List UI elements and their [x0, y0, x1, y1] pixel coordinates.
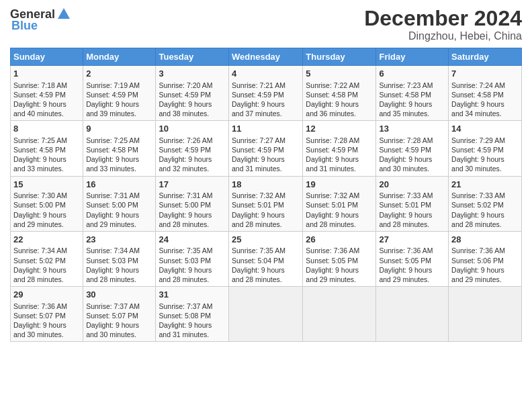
day-number: 30	[86, 289, 152, 301]
day-number: 24	[159, 234, 226, 246]
weekday-header-wednesday: Wednesday	[229, 48, 303, 66]
day-info-line: Sunset: 5:06 PM	[451, 256, 519, 265]
day-info-line: and 39 minutes.	[86, 109, 152, 118]
day-info-line: Daylight: 9 hours	[159, 210, 226, 220]
day-info-line: Sunrise: 7:22 AM	[306, 81, 373, 90]
day-info-line: and 35 minutes.	[379, 109, 445, 118]
day-info-line: Daylight: 9 hours	[379, 210, 445, 220]
day-info-line: Sunrise: 7:18 AM	[13, 81, 80, 90]
day-number: 4	[232, 68, 300, 80]
day-info-line: and 28 minutes.	[13, 275, 80, 284]
calendar-cell: 21Sunrise: 7:33 AMSunset: 5:02 PMDayligh…	[449, 176, 522, 231]
day-info-line: and 28 minutes.	[232, 275, 300, 284]
calendar-cell: 30Sunrise: 7:37 AMSunset: 5:07 PMDayligh…	[83, 287, 156, 342]
day-info-line: and 31 minutes.	[306, 164, 373, 173]
day-info-line: Sunset: 5:01 PM	[232, 200, 300, 210]
day-info-line: Daylight: 9 hours	[159, 265, 226, 275]
day-info-line: Sunset: 4:58 PM	[13, 145, 80, 154]
day-number: 20	[379, 179, 445, 191]
day-info-line: Daylight: 9 hours	[86, 210, 152, 220]
calendar-cell	[229, 287, 303, 342]
day-info-line: Sunset: 4:58 PM	[451, 90, 519, 99]
calendar-cell: 27Sunrise: 7:36 AMSunset: 5:05 PMDayligh…	[376, 231, 449, 286]
day-info-line: and 29 minutes.	[306, 275, 373, 284]
day-info-line: Sunset: 4:59 PM	[159, 145, 226, 154]
day-number: 18	[232, 179, 300, 191]
day-info-line: Sunrise: 7:35 AM	[159, 246, 226, 255]
day-info-line: Sunrise: 7:21 AM	[232, 81, 300, 90]
day-info-line: and 28 minutes.	[159, 220, 226, 229]
day-number: 21	[451, 179, 519, 191]
day-info-line: Sunrise: 7:27 AM	[232, 136, 300, 145]
day-info-line: Sunrise: 7:36 AM	[13, 302, 80, 311]
calendar-cell: 31Sunrise: 7:37 AMSunset: 5:08 PMDayligh…	[156, 287, 229, 342]
day-number: 28	[451, 234, 519, 246]
calendar-cell: 10Sunrise: 7:26 AMSunset: 4:59 PMDayligh…	[156, 121, 229, 176]
calendar-cell: 11Sunrise: 7:27 AMSunset: 4:59 PMDayligh…	[229, 121, 303, 176]
day-info-line: Daylight: 9 hours	[379, 154, 445, 164]
day-info-line: and 28 minutes.	[379, 220, 445, 229]
day-info-line: Sunrise: 7:33 AM	[379, 191, 445, 200]
day-info-line: Sunrise: 7:20 AM	[159, 81, 226, 90]
calendar-cell: 19Sunrise: 7:32 AMSunset: 5:01 PMDayligh…	[303, 176, 376, 231]
day-info-line: Sunrise: 7:33 AM	[451, 191, 519, 200]
day-number: 23	[86, 234, 152, 246]
day-info-line: Daylight: 9 hours	[451, 210, 519, 220]
calendar-cell: 6Sunrise: 7:23 AMSunset: 4:58 PMDaylight…	[376, 66, 449, 121]
day-info-line: and 36 minutes.	[306, 109, 373, 118]
calendar-header: SundayMondayTuesdayWednesdayThursdayFrid…	[11, 48, 522, 66]
day-number: 3	[159, 68, 226, 80]
calendar-cell: 18Sunrise: 7:32 AMSunset: 5:01 PMDayligh…	[229, 176, 303, 231]
calendar-cell: 5Sunrise: 7:22 AMSunset: 4:58 PMDaylight…	[303, 66, 376, 121]
day-info-line: Sunset: 4:59 PM	[306, 145, 373, 154]
calendar-week-5: 29Sunrise: 7:36 AMSunset: 5:07 PMDayligh…	[11, 287, 522, 342]
day-number: 11	[232, 123, 300, 135]
day-info-line: Sunrise: 7:23 AM	[379, 81, 445, 90]
day-info-line: Daylight: 9 hours	[86, 99, 152, 109]
day-number: 9	[86, 123, 152, 135]
page-container: General Blue December 2024 Dingzhou, Heb…	[0, 0, 532, 349]
day-info-line: Daylight: 9 hours	[232, 210, 300, 220]
day-number: 31	[159, 289, 226, 301]
calendar-cell: 2Sunrise: 7:19 AMSunset: 4:59 PMDaylight…	[83, 66, 156, 121]
day-info-line: Daylight: 9 hours	[451, 265, 519, 275]
day-info-line: and 30 minutes.	[13, 330, 80, 339]
day-number: 1	[13, 68, 80, 80]
day-number: 14	[451, 123, 519, 135]
day-info-line: Daylight: 9 hours	[379, 99, 445, 109]
day-info-line: Daylight: 9 hours	[306, 265, 373, 275]
day-info-line: Sunset: 5:02 PM	[451, 200, 519, 210]
calendar-cell	[449, 287, 522, 342]
day-info-line: Sunset: 5:04 PM	[232, 256, 300, 265]
day-info-line: Sunrise: 7:29 AM	[451, 136, 519, 145]
day-info-line: Daylight: 9 hours	[13, 99, 80, 109]
calendar-cell: 20Sunrise: 7:33 AMSunset: 5:01 PMDayligh…	[376, 176, 449, 231]
day-info-line: and 28 minutes.	[306, 220, 373, 229]
day-info-line: Sunrise: 7:28 AM	[379, 136, 445, 145]
day-info-line: Sunrise: 7:36 AM	[379, 246, 445, 255]
day-number: 8	[13, 123, 80, 135]
day-info-line: Sunrise: 7:31 AM	[159, 191, 226, 200]
calendar-cell: 3Sunrise: 7:20 AMSunset: 4:59 PMDaylight…	[156, 66, 229, 121]
calendar-week-2: 8Sunrise: 7:25 AMSunset: 4:58 PMDaylight…	[11, 121, 522, 176]
calendar-cell: 29Sunrise: 7:36 AMSunset: 5:07 PMDayligh…	[11, 287, 83, 342]
page-header: General Blue December 2024 Dingzhou, Heb…	[10, 7, 522, 42]
day-number: 2	[86, 68, 152, 80]
day-info-line: and 28 minutes.	[159, 275, 226, 284]
day-info-line: Daylight: 9 hours	[159, 99, 226, 109]
day-info-line: and 29 minutes.	[86, 220, 152, 229]
day-info-line: Daylight: 9 hours	[451, 99, 519, 109]
day-info-line: and 37 minutes.	[232, 109, 300, 118]
calendar-cell: 14Sunrise: 7:29 AMSunset: 4:59 PMDayligh…	[449, 121, 522, 176]
day-number: 6	[379, 68, 445, 80]
calendar-week-4: 22Sunrise: 7:34 AMSunset: 5:02 PMDayligh…	[11, 231, 522, 286]
day-number: 7	[451, 68, 519, 80]
day-info-line: Sunrise: 7:36 AM	[451, 246, 519, 255]
day-info-line: Sunset: 5:03 PM	[86, 256, 152, 265]
calendar-cell: 7Sunrise: 7:24 AMSunset: 4:58 PMDaylight…	[449, 66, 522, 121]
day-info-line: and 28 minutes.	[451, 220, 519, 229]
calendar-cell: 13Sunrise: 7:28 AMSunset: 4:59 PMDayligh…	[376, 121, 449, 176]
day-info-line: and 33 minutes.	[86, 164, 152, 173]
day-info-line: Sunset: 4:58 PM	[306, 90, 373, 99]
day-info-line: Daylight: 9 hours	[232, 265, 300, 275]
